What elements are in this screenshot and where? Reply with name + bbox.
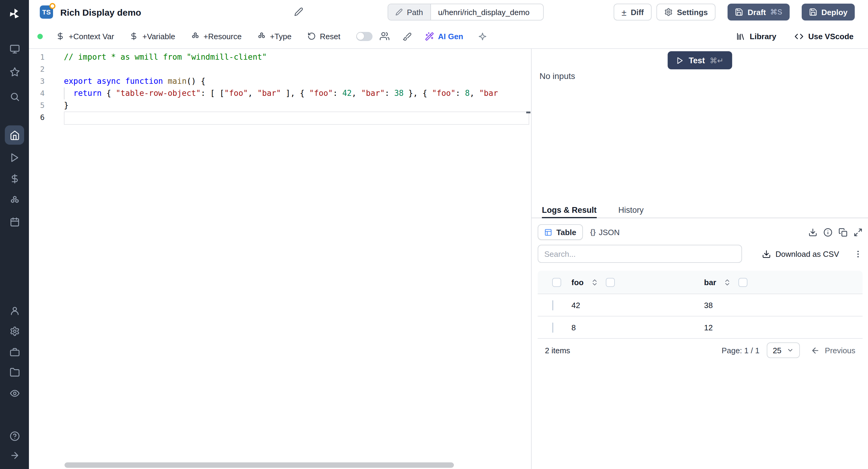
ai-gen-label: AI Gen	[438, 32, 463, 41]
kebab-menu-icon[interactable]	[854, 249, 863, 258]
previous-page-button[interactable]: Previous	[811, 346, 863, 355]
code-line-5[interactable]: 5}	[29, 99, 531, 112]
sidebar-item-users[interactable]	[5, 301, 24, 320]
typescript-badge-label: TS	[42, 8, 51, 16]
download-icon[interactable]	[808, 227, 817, 237]
code-editor[interactable]: 1// import * as wmill from "windmill-cli…	[29, 49, 532, 469]
line-number: 2	[29, 63, 44, 75]
diff-button[interactable]: ± Diff	[614, 4, 652, 21]
info-icon[interactable]	[824, 227, 832, 237]
expand-sidebar-icon[interactable]	[5, 445, 24, 465]
row-checkbox[interactable]	[552, 322, 553, 333]
select-all-checkbox[interactable]	[552, 278, 561, 287]
library-button[interactable]: Library	[736, 32, 776, 41]
path-value[interactable]: u/henri/rich_display_demo	[431, 4, 543, 20]
horizontal-scrollbar[interactable]	[64, 462, 454, 468]
windmill-logo[interactable]	[5, 4, 24, 24]
sidebar-item-home[interactable]	[5, 125, 24, 145]
use-vscode-button[interactable]: Use VScode	[795, 32, 854, 41]
test-button-label: Test	[689, 56, 705, 65]
download-csv-button[interactable]: Download as CSV	[762, 249, 839, 258]
path-label: Path	[407, 7, 423, 17]
sort-icon[interactable]	[723, 278, 731, 286]
sidebar	[0, 0, 29, 469]
sidebar-item-schedules[interactable]	[5, 212, 24, 231]
edit-pencil-icon[interactable]	[294, 7, 303, 16]
sidebar-item-settings[interactable]	[5, 321, 24, 341]
download-csv-label: Download as CSV	[775, 249, 839, 258]
main-content: 1// import * as wmill from "windmill-cli…	[29, 49, 868, 469]
add-variable-label: +Variable	[143, 32, 176, 41]
right-panel: Test ⌘↵ No inputs Logs & Result History …	[532, 49, 868, 469]
favorites-star-icon[interactable]	[5, 62, 24, 82]
column-label-bar: bar	[704, 278, 716, 287]
row-select-cell	[538, 301, 567, 310]
add-context-var-label: +Context Var	[69, 32, 114, 41]
expand-icon[interactable]	[854, 227, 863, 237]
table-row[interactable]: 42 38	[538, 294, 863, 316]
reset-label: Reset	[320, 32, 340, 41]
use-vscode-label: Use VScode	[808, 32, 854, 41]
path-control[interactable]: Path u/henri/rich_display_demo	[388, 4, 544, 21]
ai-gen-button[interactable]: AI Gen	[425, 32, 463, 41]
copy-icon[interactable]	[838, 227, 847, 237]
sidebar-item-audit-logs[interactable]	[5, 383, 24, 403]
reset-button[interactable]: Reset	[307, 32, 340, 41]
previous-label: Previous	[825, 346, 855, 355]
multiplayer-users-icon[interactable]	[379, 31, 389, 41]
cell-foo: 42	[567, 301, 699, 310]
result-action-icons	[808, 227, 863, 237]
code-line-3[interactable]: 3export async function main() {	[29, 75, 531, 87]
deploy-button[interactable]: Deploy	[801, 4, 855, 21]
row-select-cell	[538, 323, 567, 332]
cell-bar: 12	[699, 323, 863, 332]
sidebar-item-workers[interactable]	[5, 342, 24, 362]
sidebar-item-runs[interactable]	[5, 148, 24, 167]
table-row[interactable]: 8 12	[538, 316, 863, 339]
items-count: 2 items	[538, 346, 570, 355]
search-icon[interactable]	[5, 87, 24, 106]
code-line-1[interactable]: 1// import * as wmill from "windmill-cli…	[29, 51, 531, 63]
view-json-button[interactable]: {} JSON	[590, 227, 620, 237]
monitor-icon[interactable]	[5, 39, 24, 59]
format-brush-icon[interactable]	[402, 32, 411, 41]
sidebar-item-variables[interactable]	[5, 169, 24, 188]
sparkles-icon[interactable]	[478, 32, 487, 41]
library-label: Library	[750, 32, 776, 41]
add-variable-button[interactable]: +Variable	[130, 32, 176, 41]
line-number: 5	[29, 99, 44, 112]
code-line-4[interactable]: 4 return { "table-row-object": [ ["foo",…	[29, 87, 531, 99]
row-checkbox[interactable]	[552, 300, 553, 310]
sidebar-item-folders[interactable]	[5, 362, 24, 382]
search-input[interactable]	[538, 245, 742, 263]
test-button[interactable]: Test ⌘↵	[668, 51, 732, 69]
multiplayer-toggle[interactable]	[356, 32, 372, 41]
app-window: TS Rich Display demo Path u/henri/rich_d…	[0, 0, 868, 469]
path-edit-button[interactable]: Path	[388, 4, 431, 20]
draft-button[interactable]: Draft ⌘S	[728, 4, 789, 21]
assistant-status-dot	[50, 3, 56, 9]
help-icon[interactable]	[5, 426, 24, 445]
settings-button[interactable]: Settings	[656, 4, 716, 21]
page-size-select[interactable]: 25	[767, 342, 800, 358]
view-table-button[interactable]: Table	[538, 224, 583, 240]
save-icon	[735, 8, 744, 16]
sort-icon[interactable]	[591, 278, 598, 286]
line-number: 3	[29, 75, 44, 87]
add-context-var-button[interactable]: +Context Var	[56, 32, 114, 41]
tab-logs-result[interactable]: Logs & Result	[542, 202, 597, 218]
sidebar-item-resources[interactable]	[5, 190, 24, 210]
tab-history[interactable]: History	[618, 202, 644, 218]
editor-toolbar: +Context Var +Variable +Resource +Type R…	[29, 24, 868, 49]
code-line-6[interactable]: 6	[29, 112, 531, 124]
column-header-bar: bar	[699, 278, 863, 287]
column-checkbox-foo[interactable]	[606, 278, 615, 287]
add-resource-button[interactable]: +Resource	[191, 32, 241, 41]
no-inputs-text: No inputs	[539, 71, 575, 81]
cell-bar: 38	[699, 301, 863, 310]
gear-icon	[664, 8, 673, 16]
code-line-2[interactable]: 2	[29, 63, 531, 75]
column-checkbox-bar[interactable]	[738, 278, 747, 287]
code-text	[44, 112, 64, 124]
add-type-button[interactable]: +Type	[257, 32, 292, 41]
